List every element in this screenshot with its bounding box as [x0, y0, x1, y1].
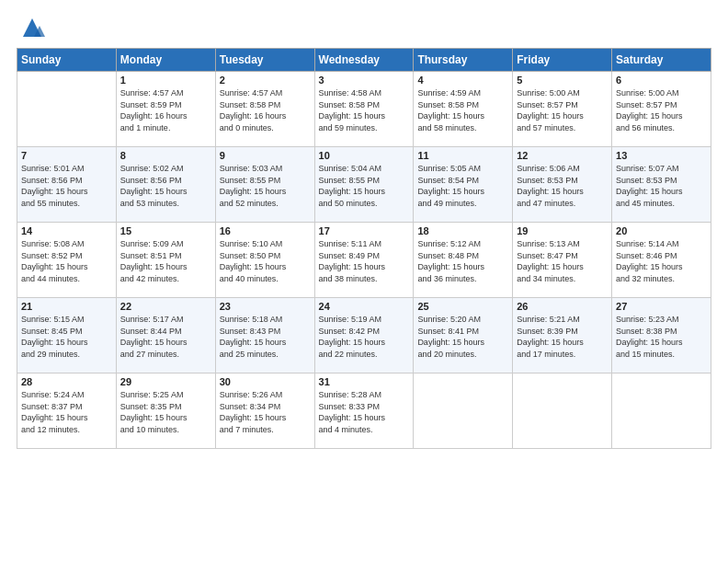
day-info: Sunrise: 5:25 AMSunset: 8:35 PMDaylight:…: [120, 389, 211, 435]
day-info: Sunrise: 5:17 AMSunset: 8:44 PMDaylight:…: [120, 314, 211, 360]
day-number: 6: [616, 75, 707, 86]
day-cell: 4Sunrise: 4:59 AMSunset: 8:58 PMDaylight…: [414, 72, 513, 147]
day-info: Sunrise: 5:23 AMSunset: 8:38 PMDaylight:…: [616, 314, 707, 360]
day-cell: 9Sunrise: 5:03 AMSunset: 8:55 PMDaylight…: [215, 147, 314, 223]
day-header-sunday: Sunday: [17, 49, 117, 72]
day-cell: [414, 373, 513, 449]
header: [17, 15, 711, 40]
week-row-3: 14Sunrise: 5:08 AMSunset: 8:52 PMDayligh…: [17, 223, 711, 298]
calendar-body: 1Sunrise: 4:57 AMSunset: 8:59 PMDaylight…: [17, 72, 711, 449]
day-info: Sunrise: 5:03 AMSunset: 8:55 PMDaylight:…: [220, 163, 311, 209]
day-number: 23: [220, 301, 311, 312]
day-info: Sunrise: 5:15 AMSunset: 8:45 PMDaylight:…: [21, 314, 112, 360]
day-info: Sunrise: 5:13 AMSunset: 8:47 PMDaylight:…: [517, 238, 608, 284]
day-cell: [612, 373, 711, 449]
day-cell: 19Sunrise: 5:13 AMSunset: 8:47 PMDayligh…: [513, 223, 612, 298]
day-cell: 30Sunrise: 5:26 AMSunset: 8:34 PMDayligh…: [215, 373, 314, 449]
day-header-saturday: Saturday: [612, 49, 711, 72]
day-header-tuesday: Tuesday: [215, 49, 314, 72]
day-info: Sunrise: 5:26 AMSunset: 8:34 PMDaylight:…: [220, 389, 311, 435]
day-cell: 20Sunrise: 5:14 AMSunset: 8:46 PMDayligh…: [612, 223, 711, 298]
day-cell: 16Sunrise: 5:10 AMSunset: 8:50 PMDayligh…: [215, 223, 314, 298]
day-cell: 31Sunrise: 5:28 AMSunset: 8:33 PMDayligh…: [314, 373, 414, 449]
day-number: 11: [417, 150, 508, 161]
day-number: 1: [120, 75, 211, 86]
day-number: 8: [120, 150, 211, 161]
day-number: 24: [319, 301, 410, 312]
day-info: Sunrise: 5:04 AMSunset: 8:55 PMDaylight:…: [319, 163, 410, 209]
day-number: 3: [319, 75, 410, 86]
day-info: Sunrise: 5:18 AMSunset: 8:43 PMDaylight:…: [220, 314, 311, 360]
day-number: 4: [417, 75, 508, 86]
day-cell: 12Sunrise: 5:06 AMSunset: 8:53 PMDayligh…: [513, 147, 612, 223]
day-info: Sunrise: 5:14 AMSunset: 8:46 PMDaylight:…: [616, 238, 707, 284]
day-header-monday: Monday: [116, 49, 215, 72]
day-number: 15: [120, 225, 211, 236]
day-cell: 24Sunrise: 5:19 AMSunset: 8:42 PMDayligh…: [314, 298, 414, 373]
day-cell: 11Sunrise: 5:05 AMSunset: 8:54 PMDayligh…: [414, 147, 513, 223]
day-cell: 15Sunrise: 5:09 AMSunset: 8:51 PMDayligh…: [116, 223, 215, 298]
day-info: Sunrise: 5:24 AMSunset: 8:37 PMDaylight:…: [21, 389, 112, 435]
day-cell: 2Sunrise: 4:57 AMSunset: 8:58 PMDaylight…: [215, 72, 314, 147]
day-header-friday: Friday: [513, 49, 612, 72]
day-number: 25: [417, 301, 508, 312]
day-cell: 22Sunrise: 5:17 AMSunset: 8:44 PMDayligh…: [116, 298, 215, 373]
day-cell: [513, 373, 612, 449]
week-row-2: 7Sunrise: 5:01 AMSunset: 8:56 PMDaylight…: [17, 147, 711, 223]
day-number: 17: [319, 225, 410, 236]
day-cell: 8Sunrise: 5:02 AMSunset: 8:56 PMDaylight…: [116, 147, 215, 223]
day-info: Sunrise: 5:00 AMSunset: 8:57 PMDaylight:…: [616, 87, 707, 133]
day-number: 5: [517, 75, 608, 86]
header-row: SundayMondayTuesdayWednesdayThursdayFrid…: [17, 49, 711, 72]
day-info: Sunrise: 5:28 AMSunset: 8:33 PMDaylight:…: [319, 389, 410, 435]
day-cell: 27Sunrise: 5:23 AMSunset: 8:38 PMDayligh…: [612, 298, 711, 373]
day-info: Sunrise: 5:06 AMSunset: 8:53 PMDaylight:…: [517, 163, 608, 209]
day-cell: 7Sunrise: 5:01 AMSunset: 8:56 PMDaylight…: [17, 147, 117, 223]
day-cell: 1Sunrise: 4:57 AMSunset: 8:59 PMDaylight…: [116, 72, 215, 147]
day-number: 30: [220, 376, 311, 387]
day-number: 31: [319, 376, 410, 387]
day-info: Sunrise: 5:09 AMSunset: 8:51 PMDaylight:…: [120, 238, 211, 284]
day-number: 21: [21, 301, 112, 312]
day-number: 26: [517, 301, 608, 312]
day-info: Sunrise: 5:00 AMSunset: 8:57 PMDaylight:…: [517, 87, 608, 133]
day-info: Sunrise: 5:02 AMSunset: 8:56 PMDaylight:…: [120, 163, 211, 209]
day-number: 10: [319, 150, 410, 161]
day-cell: 29Sunrise: 5:25 AMSunset: 8:35 PMDayligh…: [116, 373, 215, 449]
day-info: Sunrise: 4:57 AMSunset: 8:59 PMDaylight:…: [120, 87, 211, 133]
day-info: Sunrise: 5:11 AMSunset: 8:49 PMDaylight:…: [319, 238, 410, 284]
day-info: Sunrise: 5:07 AMSunset: 8:53 PMDaylight:…: [616, 163, 707, 209]
day-number: 12: [517, 150, 608, 161]
day-info: Sunrise: 5:19 AMSunset: 8:42 PMDaylight:…: [319, 314, 410, 360]
day-cell: 6Sunrise: 5:00 AMSunset: 8:57 PMDaylight…: [612, 72, 711, 147]
day-info: Sunrise: 5:10 AMSunset: 8:50 PMDaylight:…: [220, 238, 311, 284]
day-cell: 28Sunrise: 5:24 AMSunset: 8:37 PMDayligh…: [17, 373, 117, 449]
day-number: 19: [517, 225, 608, 236]
day-cell: 5Sunrise: 5:00 AMSunset: 8:57 PMDaylight…: [513, 72, 612, 147]
day-number: 27: [616, 301, 707, 312]
day-cell: [17, 72, 117, 147]
week-row-4: 21Sunrise: 5:15 AMSunset: 8:45 PMDayligh…: [17, 298, 711, 373]
day-number: 7: [21, 150, 112, 161]
day-info: Sunrise: 5:21 AMSunset: 8:39 PMDaylight:…: [517, 314, 608, 360]
day-info: Sunrise: 5:12 AMSunset: 8:48 PMDaylight:…: [417, 238, 508, 284]
day-cell: 21Sunrise: 5:15 AMSunset: 8:45 PMDayligh…: [17, 298, 117, 373]
day-cell: 14Sunrise: 5:08 AMSunset: 8:52 PMDayligh…: [17, 223, 117, 298]
day-number: 18: [417, 225, 508, 236]
day-info: Sunrise: 4:58 AMSunset: 8:58 PMDaylight:…: [319, 87, 410, 133]
day-header-thursday: Thursday: [414, 49, 513, 72]
day-number: 16: [220, 225, 311, 236]
day-info: Sunrise: 4:59 AMSunset: 8:58 PMDaylight:…: [417, 87, 508, 133]
day-cell: 13Sunrise: 5:07 AMSunset: 8:53 PMDayligh…: [612, 147, 711, 223]
calendar-table: SundayMondayTuesdayWednesdayThursdayFrid…: [17, 48, 711, 449]
page: SundayMondayTuesdayWednesdayThursdayFrid…: [0, 0, 728, 458]
day-info: Sunrise: 5:20 AMSunset: 8:41 PMDaylight:…: [417, 314, 508, 360]
day-info: Sunrise: 4:57 AMSunset: 8:58 PMDaylight:…: [220, 87, 311, 133]
day-cell: 25Sunrise: 5:20 AMSunset: 8:41 PMDayligh…: [414, 298, 513, 373]
day-info: Sunrise: 5:08 AMSunset: 8:52 PMDaylight:…: [21, 238, 112, 284]
day-cell: 3Sunrise: 4:58 AMSunset: 8:58 PMDaylight…: [314, 72, 414, 147]
day-header-wednesday: Wednesday: [314, 49, 414, 72]
week-row-1: 1Sunrise: 4:57 AMSunset: 8:59 PMDaylight…: [17, 72, 711, 147]
day-info: Sunrise: 5:05 AMSunset: 8:54 PMDaylight:…: [417, 163, 508, 209]
day-cell: 18Sunrise: 5:12 AMSunset: 8:48 PMDayligh…: [414, 223, 513, 298]
